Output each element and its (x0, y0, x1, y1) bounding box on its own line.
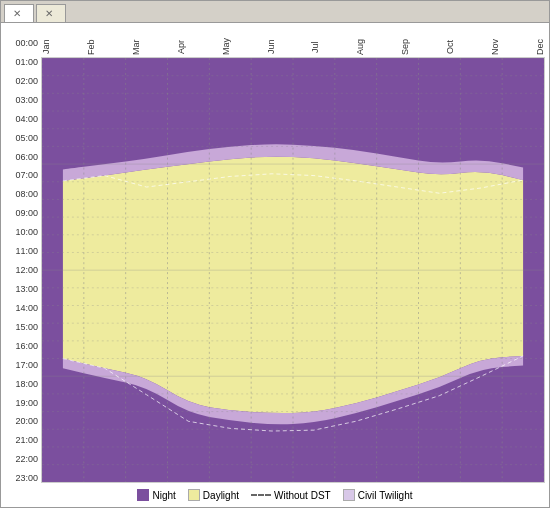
chart-container: 00:0001:0002:0003:0004:0005:0006:0007:00… (1, 23, 549, 507)
tab-ottawa[interactable]: ✕ (36, 4, 66, 22)
y-label: 02:00 (5, 77, 41, 86)
y-label: 16:00 (5, 342, 41, 351)
legend-label-night: Night (152, 490, 175, 501)
x-label: Oct (445, 39, 455, 55)
y-label: 05:00 (5, 134, 41, 143)
tab-los-angeles[interactable]: ✕ (4, 4, 34, 22)
legend-item-daylight: Daylight (188, 489, 239, 501)
y-axis-labels: 00:0001:0002:0003:0004:0005:0006:0007:00… (5, 39, 41, 483)
chart-main: JanFebMarAprMayJunJulAugSepOctNovDec (41, 39, 545, 483)
y-label: 19:00 (5, 399, 41, 408)
y-label: 04:00 (5, 115, 41, 124)
x-label: Nov (490, 39, 500, 55)
y-label: 06:00 (5, 153, 41, 162)
legend: Night Daylight Without DST Civil Twiligh… (5, 483, 545, 503)
legend-line-without-dst (251, 494, 271, 496)
tab-close-ottawa[interactable]: ✕ (45, 8, 53, 19)
y-label: 20:00 (5, 417, 41, 426)
y-label: 12:00 (5, 266, 41, 275)
x-label: Mar (131, 39, 141, 55)
y-label: 01:00 (5, 58, 41, 67)
legend-box-civil-twilight (343, 489, 355, 501)
y-axis: 00:0001:0002:0003:0004:0005:0006:0007:00… (5, 39, 41, 483)
legend-item-without-dst: Without DST (251, 490, 331, 501)
legend-box-daylight (188, 489, 200, 501)
x-label: Dec (535, 39, 545, 55)
legend-item-civil-twilight: Civil Twilight (343, 489, 413, 501)
y-label: 22:00 (5, 455, 41, 464)
y-label: 18:00 (5, 380, 41, 389)
main-window: ✕ ✕ 00:0001:0002:0003:0004:0005:0006:000… (0, 0, 550, 508)
y-label: 10:00 (5, 228, 41, 237)
y-label: 00:00 (5, 39, 41, 48)
x-label: May (221, 39, 231, 55)
x-label: Feb (86, 39, 96, 55)
chart-area: 00:0001:0002:0003:0004:0005:0006:0007:00… (5, 39, 545, 483)
tab-close-los-angeles[interactable]: ✕ (13, 8, 21, 19)
legend-label-without-dst: Without DST (274, 490, 331, 501)
y-label: 03:00 (5, 96, 41, 105)
y-label: 14:00 (5, 304, 41, 313)
legend-item-night: Night (137, 489, 175, 501)
x-label: Jan (41, 39, 51, 55)
y-label: 23:00 (5, 474, 41, 483)
y-label: 08:00 (5, 190, 41, 199)
tab-bar: ✕ ✕ (1, 1, 549, 23)
x-label: Aug (355, 39, 365, 55)
y-label: 11:00 (5, 247, 41, 256)
legend-box-night (137, 489, 149, 501)
y-label: 21:00 (5, 436, 41, 445)
svg-chart (41, 57, 545, 483)
x-label: Sep (400, 39, 410, 55)
y-label: 13:00 (5, 285, 41, 294)
x-label: Apr (176, 39, 186, 55)
legend-label-civil-twilight: Civil Twilight (358, 490, 413, 501)
legend-label-daylight: Daylight (203, 490, 239, 501)
y-label: 09:00 (5, 209, 41, 218)
y-label: 17:00 (5, 361, 41, 370)
x-label: Jul (310, 39, 320, 55)
y-label: 07:00 (5, 171, 41, 180)
x-label: Jun (266, 39, 276, 55)
x-axis-top: JanFebMarAprMayJunJulAugSepOctNovDec (41, 39, 545, 57)
y-label: 15:00 (5, 323, 41, 332)
